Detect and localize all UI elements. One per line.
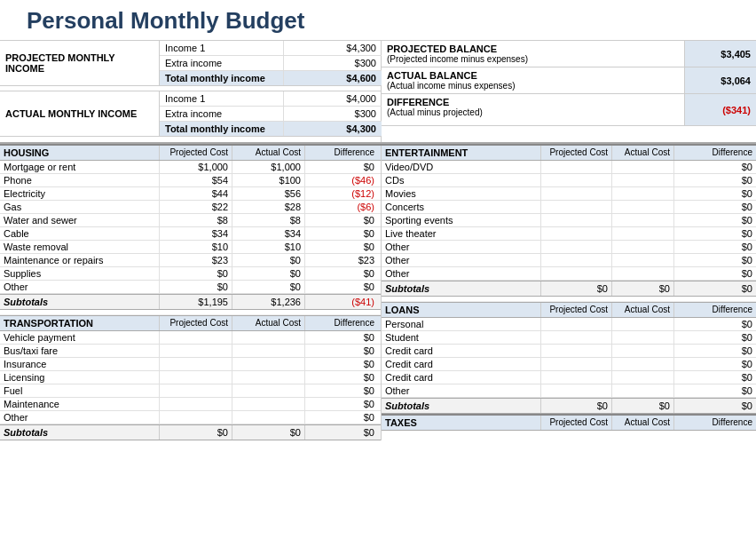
taxes-header: TAXES [382, 416, 541, 430]
transportation-row-diff: $0 [305, 384, 378, 397]
loans-row: Credit card $0 [382, 358, 756, 371]
transportation-row-proj [160, 345, 232, 357]
entertainment-col2: Actual Cost [612, 146, 674, 160]
entertainment-row-proj [541, 174, 612, 186]
entertainment-row: Other $0 [382, 267, 756, 281]
entertainment-row-actual [612, 161, 674, 173]
transportation-subtotal-actual: $0 [232, 425, 305, 440]
entertainment-row-proj [541, 241, 612, 253]
transportation-col2: Actual Cost [232, 316, 305, 330]
entertainment-row-diff: $0 [674, 227, 756, 240]
loans-row-actual [612, 331, 674, 344]
entertainment-row-actual [612, 201, 674, 213]
transportation-col3: Difference [305, 316, 378, 330]
entertainment-row-name: Concerts [382, 201, 541, 213]
housing-row-proj: $34 [160, 227, 232, 240]
transportation-row-actual [232, 411, 305, 424]
entertainment-row-name: Sporting events [382, 214, 541, 226]
entertainment-row: Concerts $0 [382, 201, 756, 214]
housing-row: Mortgage or rent $1,000 $1,000 $0 [0, 161, 381, 174]
entertainment-row-name: Movies [382, 187, 541, 200]
housing-row-proj: $1,000 [160, 161, 232, 173]
taxes-col1: Projected Cost [541, 416, 612, 430]
housing-row-proj: $44 [160, 187, 232, 200]
actual-income-total-label: Total monthly income [160, 122, 284, 136]
housing-row-name: Supplies [0, 267, 160, 280]
transportation-row-proj [160, 358, 232, 370]
transportation-subtotal-proj: $0 [160, 425, 232, 440]
entertainment-row-diff: $0 [674, 214, 756, 226]
entertainment-row-actual [612, 227, 674, 240]
loans-col1: Projected Cost [541, 303, 612, 317]
entertainment-subtotal-diff: $0 [674, 281, 756, 296]
entertainment-col3: Difference [674, 146, 756, 160]
loans-row-diff: $0 [674, 371, 756, 384]
transportation-row: Fuel $0 [0, 384, 381, 398]
loans-row-diff: $0 [674, 358, 756, 370]
housing-row-name: Gas [0, 201, 160, 213]
housing-subtotal-actual: $1,236 [232, 295, 305, 309]
transportation-row-name: Vehicle payment [0, 331, 160, 344]
loans-row-diff: $0 [674, 345, 756, 357]
entertainment-row-actual [612, 214, 674, 226]
transportation-row-diff: $0 [305, 345, 378, 357]
housing-row-diff: $23 [305, 254, 378, 266]
loans-row-actual [612, 345, 674, 357]
housing-row-actual: $10 [232, 241, 305, 253]
entertainment-subtotal-proj: $0 [541, 281, 612, 296]
housing-subtotal-proj: $1,195 [160, 295, 232, 309]
loans-row-actual [612, 384, 674, 397]
housing-row-proj: $10 [160, 241, 232, 253]
transportation-row-proj [160, 331, 232, 344]
proj-income-total-label: Total monthly income [160, 71, 284, 85]
proj-income-row1-val: $4,300 [284, 41, 382, 56]
loans-row-actual [612, 318, 674, 330]
housing-row-proj: $22 [160, 201, 232, 213]
loans-row: Student $0 [382, 331, 756, 345]
entertainment-row: Live theater $0 [382, 227, 756, 241]
entertainment-row: Sporting events $0 [382, 214, 756, 227]
transportation-subtotal-label: Subtotals [0, 425, 160, 440]
taxes-col3: Difference [674, 416, 756, 430]
housing-row-name: Other [0, 281, 160, 293]
housing-row: Waste removal $10 $10 $0 [0, 241, 381, 254]
entertainment-header: ENTERTAINMENT [382, 146, 541, 160]
loans-subtotal-actual: $0 [612, 399, 674, 413]
entertainment-row-actual [612, 254, 674, 266]
transportation-row-actual [232, 345, 305, 357]
housing-row-name: Phone [0, 174, 160, 186]
housing-row-actual: $0 [232, 267, 305, 280]
actual-income-row1-val: $4,000 [284, 91, 382, 107]
transportation-row: Maintenance $0 [0, 398, 381, 411]
housing-row: Maintenance or repairs $23 $0 $23 [0, 254, 381, 267]
transportation-row: Bus/taxi fare $0 [0, 345, 381, 358]
housing-row-actual: $1,000 [232, 161, 305, 173]
loans-row-proj [541, 384, 612, 397]
proj-income-total-val: $4,600 [284, 71, 382, 85]
transportation-row-actual [232, 384, 305, 397]
housing-subtotal-diff: ($41) [305, 295, 378, 309]
housing-row-actual: $28 [232, 201, 305, 213]
loans-row-proj [541, 331, 612, 344]
transportation-row-name: Licensing [0, 371, 160, 384]
loans-row: Other $0 [382, 384, 756, 398]
housing-row-diff: $0 [305, 281, 378, 293]
loans-row-proj [541, 371, 612, 384]
difference-sub: (Actual minus projected) [387, 107, 679, 117]
transportation-row-diff: $0 [305, 371, 378, 384]
actual-income-row2-name: Extra income [160, 107, 284, 122]
housing-row-name: Waste removal [0, 241, 160, 253]
loans-row: Personal $0 [382, 318, 756, 331]
actual-income-label: ACTUAL MONTHLY INCOME [0, 91, 160, 136]
housing-row-proj: $0 [160, 281, 232, 293]
housing-row: Phone $54 $100 ($46) [0, 174, 381, 187]
transportation-row-diff: $0 [305, 358, 378, 370]
loans-row-proj [541, 345, 612, 357]
transportation-row: Vehicle payment $0 [0, 331, 381, 345]
entertainment-row-name: CDs [382, 174, 541, 186]
actual-balance-label: ACTUAL BALANCE [387, 70, 679, 81]
loans-row-actual [612, 358, 674, 370]
loans-row-name: Credit card [382, 345, 541, 357]
housing-row-diff: ($6) [305, 201, 378, 213]
housing-row-proj: $0 [160, 267, 232, 280]
